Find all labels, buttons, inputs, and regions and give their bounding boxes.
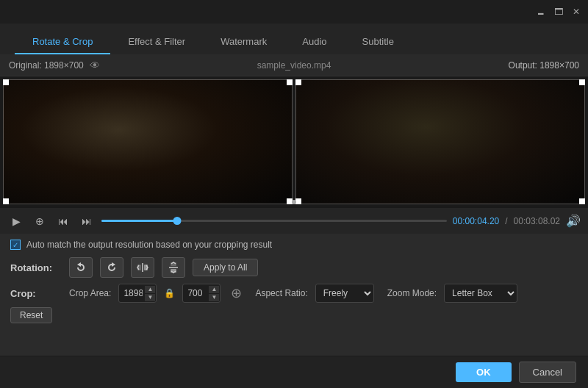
progress-fill (101, 220, 177, 222)
flip-v-icon (168, 262, 179, 273)
lock-icon[interactable]: 🔒 (164, 288, 175, 298)
progress-handle[interactable] (173, 217, 182, 225)
current-time: 00:00:04.20 (453, 216, 499, 226)
rotate-ccw-button[interactable] (69, 257, 93, 278)
total-duration: 00:03:08.02 (514, 216, 560, 226)
play-button[interactable]: ▶ (7, 212, 25, 230)
info-bar: Original: 1898×700 👁 sample_video.mp4 Ou… (0, 54, 588, 76)
crop-label: Crop: (10, 288, 62, 299)
crop-handle-tr[interactable] (287, 79, 293, 85)
tab-watermark[interactable]: Watermark (203, 30, 284, 54)
tab-effect-filter[interactable]: Effect & Filter (110, 30, 203, 54)
svg-rect-1 (144, 265, 148, 270)
crop-height-wrap: ▲ ▼ (182, 284, 220, 303)
crop-handle-bl-r (295, 198, 301, 204)
auto-match-checkbox[interactable] (10, 240, 21, 250)
bottom-bar: OK Cancel (0, 356, 588, 388)
crop-handles-left[interactable] (3, 79, 293, 204)
rotate-cw-button[interactable] (100, 257, 123, 278)
rotation-row: Rotation: Apply to All (10, 257, 578, 278)
crop-height-up[interactable]: ▲ (209, 286, 219, 293)
rotation-label: Rotation: (10, 262, 62, 273)
left-video-panel (3, 79, 293, 204)
total-time: / (505, 216, 507, 226)
progress-bar[interactable] (101, 220, 447, 222)
crop-handle-tl-r (295, 79, 301, 85)
left-video-frame (3, 79, 293, 204)
crop-width-down[interactable]: ▼ (145, 294, 155, 301)
maximize-button[interactable]: 🗖 (553, 6, 564, 18)
minimize-button[interactable]: 🗕 (535, 6, 547, 18)
crop-row: Crop: Crop Area: ▲ ▼ 🔒 ▲ ▼ ⊕ Aspect Rati… (10, 284, 578, 303)
eye-icon[interactable]: 👁 (90, 60, 100, 71)
svg-rect-2 (171, 262, 176, 266)
crop-handle-tl[interactable] (3, 79, 9, 85)
aspect-ratio-select[interactable]: Freely 16:9 4:3 1:1 (315, 284, 374, 303)
svg-rect-0 (137, 265, 141, 270)
right-video-panel (295, 79, 585, 204)
zoom-mode-select[interactable]: Letter Box Pan & Scan Full (444, 284, 517, 303)
zoom-mode-label: Zoom Mode: (387, 288, 437, 298)
svg-rect-3 (171, 269, 176, 273)
auto-match-label: Auto match the output resolution based o… (26, 240, 272, 250)
cancel-button[interactable]: Cancel (519, 362, 576, 383)
volume-icon[interactable]: 🔊 (566, 214, 581, 228)
ok-button[interactable]: OK (456, 362, 512, 382)
crop-width-wrap: ▲ ▼ (118, 284, 157, 303)
filename: sample_video.mp4 (257, 60, 331, 71)
title-bar: 🗕 🗖 ✕ (0, 0, 588, 24)
tab-subtitle[interactable]: Subtitle (345, 30, 412, 54)
reset-button[interactable]: Reset (10, 307, 52, 323)
rotate-cw-icon (106, 262, 118, 273)
right-video-frame (295, 79, 585, 204)
crop-center-marker (292, 200, 296, 204)
crop-handle-br-r (579, 198, 585, 204)
rotate-ccw-icon (75, 262, 87, 273)
crop-area-label: Crop Area: (69, 288, 111, 298)
apply-to-all-button[interactable]: Apply to All (193, 259, 258, 276)
original-resolution: Original: 1898×700 (9, 60, 84, 71)
clip-button[interactable]: ⊕ (31, 212, 49, 230)
auto-match-row: Auto match the output resolution based o… (10, 240, 578, 250)
tab-audio[interactable]: Audio (284, 30, 344, 54)
aspect-ratio-label: Aspect Ratio: (255, 288, 307, 298)
flip-h-icon (137, 262, 148, 273)
output-resolution: Output: 1898×700 (509, 60, 579, 71)
crop-handle-tr-r (579, 79, 585, 85)
crop-width-spinners: ▲ ▼ (145, 286, 155, 301)
preview-area (0, 76, 588, 207)
crosshair-icon[interactable]: ⊕ (231, 285, 242, 301)
prev-button[interactable]: ⏮ (54, 212, 72, 230)
next-button[interactable]: ⏭ (78, 212, 96, 230)
flip-horizontal-button[interactable] (131, 257, 154, 278)
controls-area: Auto match the output resolution based o… (0, 234, 588, 329)
crop-handles-right (295, 79, 585, 204)
close-button[interactable]: ✕ (570, 6, 582, 18)
crop-handle-bl[interactable] (3, 198, 9, 204)
tabs-bar: Rotate & Crop Effect & Filter Watermark … (0, 24, 588, 54)
playback-bar: ▶ ⊕ ⏮ ⏭ 00:00:04.20 / 00:03:08.02 🔊 (0, 207, 588, 234)
crop-width-up[interactable]: ▲ (145, 286, 155, 293)
tab-rotate-crop[interactable]: Rotate & Crop (15, 30, 110, 54)
crop-height-down[interactable]: ▼ (209, 294, 219, 301)
flip-vertical-button[interactable] (162, 257, 185, 278)
crop-height-spinners: ▲ ▼ (209, 286, 219, 301)
